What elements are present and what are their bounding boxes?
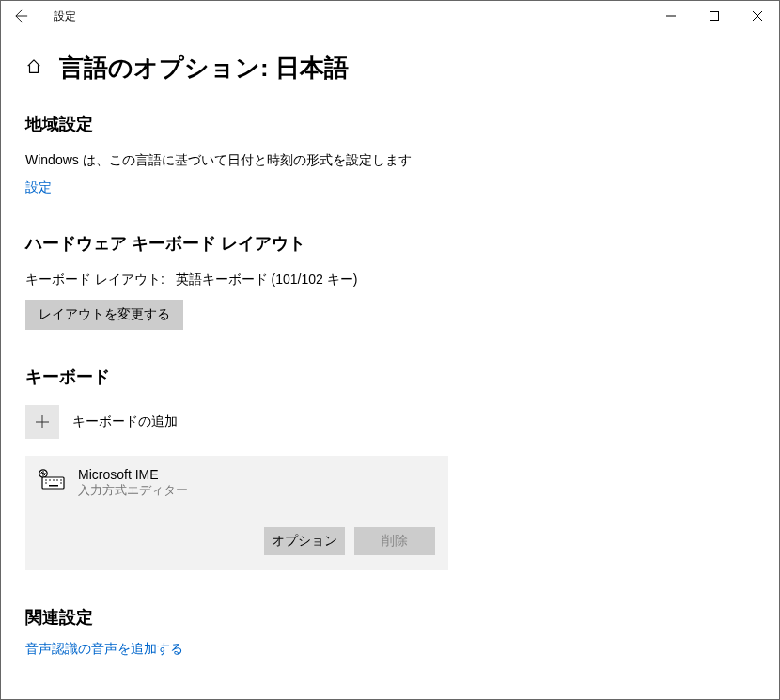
ime-item-header: Microsoft IME 入力方式エディター [39,467,435,499]
region-heading: 地域設定 [25,113,755,135]
keyboards-section: キーボード キーボードの追加 [25,366,755,570]
region-settings-link[interactable]: 設定 [25,179,52,196]
window-title: 設定 [54,8,76,24]
close-button[interactable] [736,1,779,31]
svg-point-16 [45,482,47,484]
svg-point-12 [49,479,51,481]
back-button[interactable] [1,1,42,31]
maximize-button[interactable] [693,1,736,31]
hardware-keyboard-heading: ハードウェア キーボード レイアウト [25,232,755,255]
change-layout-button[interactable]: レイアウトを変更する [25,300,183,330]
hardware-keyboard-section: ハードウェア キーボード レイアウト キーボード レイアウト: 英語キーボード … [25,232,755,330]
ime-delete-button: 削除 [354,527,435,555]
ime-buttons: オプション 削除 [39,527,435,555]
add-speech-voice-link[interactable]: 音声認識の音声を追加する [25,641,183,658]
add-keyboard-icon-box [25,405,59,439]
content-area: 言語のオプション: 日本語 地域設定 Windows は、この言語に基づいて日付… [1,31,779,658]
related-heading: 関連設定 [25,606,755,629]
keyboard-layout-label: キーボード レイアウト: [25,272,164,287]
ime-name: Microsoft IME [78,467,188,482]
page-header: 言語のオプション: 日本語 [25,52,755,85]
region-section: 地域設定 Windows は、この言語に基づいて日付と時刻の形式を設定します 設… [25,113,755,196]
plus-icon [35,414,50,429]
page-title: 言語のオプション: 日本語 [59,52,349,85]
add-keyboard-label: キーボードの追加 [72,413,178,430]
window-controls [649,1,779,31]
minimize-icon [666,11,676,21]
ime-text: Microsoft IME 入力方式エディター [78,467,188,499]
svg-point-15 [60,479,62,481]
related-settings-section: 関連設定 音声認識の音声を追加する [25,606,755,658]
maximize-icon [710,11,719,21]
region-description: Windows は、この言語に基づいて日付と時刻の形式を設定します [25,152,755,169]
arrow-left-icon [15,9,28,23]
titlebar: 設定 [1,1,779,31]
svg-point-13 [53,479,55,481]
svg-point-14 [56,479,58,481]
ime-item[interactable]: Microsoft IME 入力方式エディター オプション 削除 [25,456,448,570]
svg-rect-18 [49,485,58,487]
close-icon [753,11,762,21]
keyboard-icon [39,469,65,493]
home-icon [25,58,42,75]
minimize-button[interactable] [649,1,693,31]
add-keyboard-button[interactable]: キーボードの追加 [25,405,755,439]
svg-point-11 [45,479,47,481]
home-button[interactable] [25,58,42,79]
ime-subtitle: 入力方式エディター [78,482,188,499]
keyboard-layout-row: キーボード レイアウト: 英語キーボード (101/102 キー) [25,272,755,288]
keyboard-layout-value: 英語キーボード (101/102 キー) [176,272,358,287]
keyboards-heading: キーボード [25,366,755,388]
ime-options-button[interactable]: オプション [264,527,345,555]
svg-rect-1 [710,12,719,21]
svg-point-17 [60,482,62,484]
